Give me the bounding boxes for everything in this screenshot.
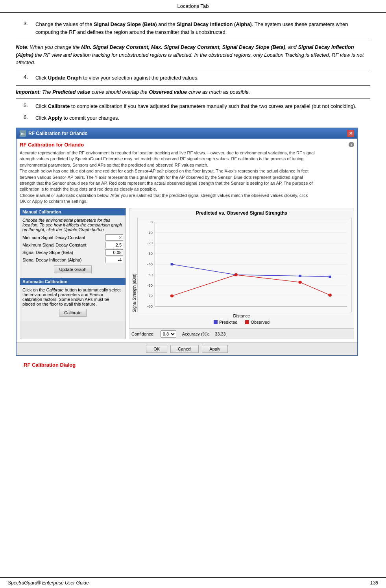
svg-text:-70: -70: [147, 294, 153, 298]
param-row-alpha: Signal Decay Inflection (Alpha): [22, 257, 123, 263]
y-axis-label: Signal Strength (dBm): [131, 218, 137, 312]
step-5: 5. Click Calibrate to complete calibrati…: [16, 102, 370, 110]
cancel-button[interactable]: Cancel: [170, 345, 199, 353]
param-label-alpha: Signal Decay Inflection (Alpha): [22, 258, 105, 262]
confidence-select[interactable]: 0.8 0.7 0.9: [161, 330, 176, 338]
svg-rect-25: [329, 275, 331, 278]
dialog-title: RF Calibration for Orlando: [28, 131, 88, 136]
predicted-legend-icon: [214, 320, 218, 324]
dialog-subtitle: RF Calibration for Orlando: [20, 142, 84, 148]
close-button[interactable]: ✕: [347, 130, 354, 137]
manual-header-label: Manual Calibration: [22, 210, 61, 214]
manual-desc: Choose the environmental parameters for …: [22, 218, 123, 232]
step-5-num: 5.: [24, 102, 35, 110]
dialog-app-icon: RF: [20, 130, 26, 137]
svg-point-26: [170, 294, 174, 297]
step-5-text: Click Calibrate to complete calibration …: [35, 102, 356, 110]
left-panel: Manual Calibration Choose the environmen…: [20, 208, 126, 339]
calibrate-button[interactable]: Calibrate: [59, 309, 87, 317]
manual-calibration-header: Manual Calibration: [20, 208, 126, 215]
page-footer: SpectraGuard® Enterprise User Guide 138: [0, 577, 386, 588]
svg-text:RF: RF: [21, 132, 26, 136]
footer-right: 138: [370, 580, 378, 586]
param-input-min[interactable]: [105, 234, 123, 241]
param-row-min: Minimum Signal Decay Constant: [22, 234, 123, 241]
svg-text:-20: -20: [147, 241, 153, 245]
right-panel: Predicted vs. Observed Signal Strengths …: [129, 208, 354, 339]
step-4-text: Click Update Graph to view your selectio…: [35, 74, 199, 82]
important-box: Important: The Predicted value curve sho…: [16, 85, 370, 98]
param-label-min: Minimum Signal Decay Constant: [22, 235, 105, 240]
param-input-max[interactable]: [105, 242, 123, 248]
auto-calibration-content: Click on the Calibrate button to automat…: [20, 285, 126, 321]
param-row-beta: Signal Decay Slope (Beta): [22, 249, 123, 256]
dialog-footer: OK Cancel Apply: [17, 342, 357, 355]
param-label-beta: Signal Decay Slope (Beta): [22, 250, 105, 255]
x-axis-label: Distance: [131, 313, 352, 318]
dialog-main: Manual Calibration Choose the environmen…: [20, 208, 354, 339]
chart-wrapper: Signal Strength (dBm): [131, 218, 352, 312]
accuracy-label: Accuracy (%):: [182, 332, 209, 336]
confidence-label: Confidence:: [131, 332, 155, 336]
apply-button[interactable]: Apply: [202, 345, 228, 353]
param-row-max: Maximum Signal Decay Constant: [22, 242, 123, 248]
svg-text:-50: -50: [147, 273, 153, 277]
footer-left: SpectraGuard® Enterprise User Guide: [8, 580, 89, 586]
page-header: Locations Tab: [0, 0, 386, 13]
step-3-text: Change the values of the Signal Decay Sl…: [35, 20, 370, 36]
legend-observed: Observed: [245, 320, 270, 325]
note-label: Note: When you change the Min. Signal De…: [16, 44, 364, 65]
bottom-bar: Confidence: 0.8 0.7 0.9 Accuracy (%): 33…: [129, 328, 354, 339]
step-6: 6. Click Apply to commit your changes.: [16, 114, 370, 122]
param-input-alpha[interactable]: [105, 257, 123, 263]
observed-legend-label: Observed: [251, 320, 270, 325]
dialog-caption: RF Calibration Dialog: [16, 362, 370, 368]
step-6-num: 6.: [24, 114, 35, 122]
auto-calibration-header: Automatic Calibration: [20, 278, 126, 285]
legend-area: Predicted Observed: [131, 318, 352, 326]
step-4: 4. Click Update Graph to view your selec…: [16, 74, 370, 82]
auto-desc: Click on the Calibrate button to automat…: [22, 288, 123, 306]
step-3-num: 3.: [24, 20, 35, 36]
step-3: 3. Change the values of the Signal Decay…: [16, 20, 370, 36]
chart-title: Predicted vs. Observed Signal Strengths: [131, 210, 352, 216]
param-label-max: Maximum Signal Decay Constant: [22, 243, 105, 247]
param-input-beta[interactable]: [105, 249, 123, 256]
ok-button[interactable]: OK: [146, 345, 167, 353]
info-icon: i: [349, 142, 354, 147]
svg-text:-80: -80: [147, 304, 153, 308]
rf-calibration-dialog: RF RF Calibration for Orlando ✕ RF Calib…: [16, 128, 358, 356]
accuracy-value: 33.33: [215, 332, 226, 336]
dialog-titlebar-left: RF RF Calibration for Orlando: [20, 130, 88, 137]
svg-point-27: [234, 273, 238, 276]
svg-rect-22: [171, 263, 174, 265]
svg-text:-10: -10: [147, 231, 153, 235]
chart-svg: 0 -10 -20 -30 -40 -50 -60 -70 -80: [138, 218, 351, 312]
svg-text:-60: -60: [147, 283, 153, 287]
svg-point-29: [328, 293, 332, 297]
svg-point-28: [298, 280, 302, 284]
update-graph-button[interactable]: Update Graph: [54, 265, 91, 273]
legend-predicted: Predicted: [214, 320, 237, 325]
chart-area: Predicted vs. Observed Signal Strengths …: [129, 208, 354, 328]
dialog-body: RF Calibration for Orlando i Accurate re…: [17, 139, 357, 342]
step-4-num: 4.: [24, 74, 35, 82]
svg-rect-24: [299, 275, 301, 277]
chart-inner: 0 -10 -20 -30 -40 -50 -60 -70 -80: [137, 218, 352, 312]
svg-text:0: 0: [151, 220, 153, 224]
observed-legend-icon: [245, 320, 249, 324]
note-box: Note: When you change the Min. Signal De…: [16, 40, 370, 70]
predicted-legend-label: Predicted: [219, 320, 237, 325]
dialog-titlebar: RF RF Calibration for Orlando ✕: [17, 128, 357, 139]
manual-calibration-content: Choose the environmental parameters for …: [20, 215, 126, 278]
header-title: Locations Tab: [177, 3, 209, 9]
dialog-description: Accurate representation of the RF enviro…: [20, 150, 354, 205]
step-6-text: Click Apply to commit your changes.: [35, 114, 119, 122]
svg-text:-40: -40: [147, 262, 153, 266]
svg-text:-30: -30: [147, 252, 153, 256]
auto-header-label: Automatic Calibration: [22, 279, 67, 284]
